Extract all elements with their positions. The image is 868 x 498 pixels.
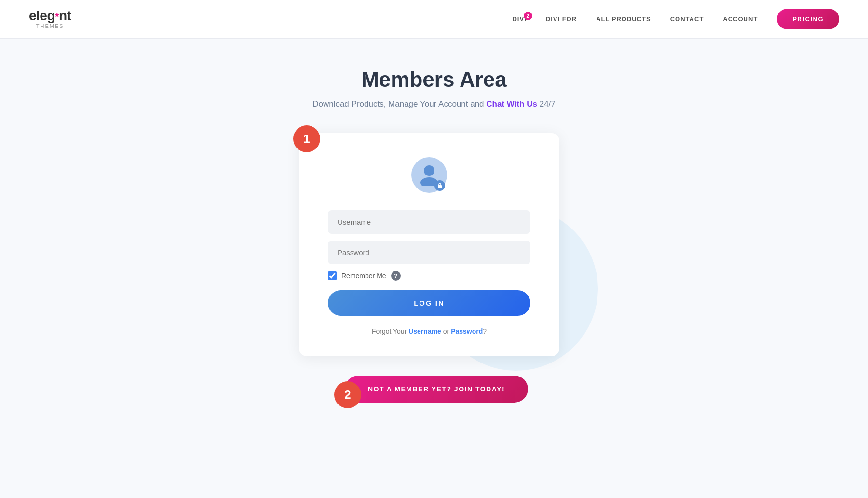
nav-item-contact[interactable]: CONTACT: [670, 15, 704, 23]
page-title: Members Area: [361, 67, 507, 92]
password-input[interactable]: [328, 241, 530, 264]
login-button[interactable]: LOG IN: [328, 290, 530, 316]
user-avatar: [328, 157, 530, 193]
logo[interactable]: eleg*nt themes: [29, 9, 71, 29]
forgot-or: or: [443, 327, 449, 335]
subtitle-before: Download Products, Manage Your Account a…: [312, 99, 484, 108]
header: eleg*nt themes DIVI 2 DIVI FOR ALL PRODU…: [0, 0, 868, 39]
logo-brand: eleg*nt: [29, 9, 71, 23]
avatar-circle: [411, 157, 447, 193]
login-card: Remember Me ? LOG IN Forgot Your Usernam…: [299, 133, 559, 356]
remember-row: Remember Me ?: [328, 271, 530, 281]
pricing-button[interactable]: PRICING: [777, 9, 839, 29]
nav-item-all-products[interactable]: ALL PRODUCTS: [596, 15, 651, 23]
remember-label: Remember Me: [341, 272, 386, 280]
nav-item-divi-for[interactable]: DIVI FOR: [546, 15, 577, 23]
nav-item-account[interactable]: ACCOUNT: [723, 15, 758, 23]
forgot-password-link[interactable]: Password: [451, 327, 483, 335]
nav-item-divi[interactable]: DIVI 2: [512, 15, 526, 23]
remember-checkbox[interactable]: [328, 271, 337, 280]
step2-container: 2 NOT A MEMBER YET? JOIN TODAY!: [340, 376, 528, 403]
forgot-username-link[interactable]: Username: [408, 327, 441, 335]
help-icon[interactable]: ?: [391, 271, 401, 281]
step1-badge: 1: [293, 125, 320, 152]
logo-asterisk: *: [55, 11, 59, 23]
step2-badge: 2: [334, 381, 361, 408]
main-content: Members Area Download Products, Manage Y…: [0, 39, 868, 441]
svg-rect-2: [438, 185, 442, 188]
forgot-row: Forgot Your Username or Password?: [328, 327, 530, 335]
main-nav: DIVI 2 DIVI FOR ALL PRODUCTS CONTACT ACC…: [512, 9, 839, 29]
card-wrapper: 1: [299, 133, 569, 356]
divi-badge: 2: [524, 12, 532, 20]
logo-themes: themes: [29, 24, 71, 29]
forgot-before: Forgot Your: [372, 327, 407, 335]
svg-point-0: [424, 165, 434, 176]
subtitle-after: 24/7: [540, 99, 556, 108]
page-subtitle: Download Products, Manage Your Account a…: [312, 99, 556, 109]
lock-icon: [434, 180, 445, 191]
username-input[interactable]: [328, 210, 530, 234]
join-today-button[interactable]: NOT A MEMBER YET? JOIN TODAY!: [345, 376, 528, 403]
chat-with-us-link[interactable]: Chat With Us: [486, 99, 537, 108]
step1-container: 1: [299, 133, 569, 356]
